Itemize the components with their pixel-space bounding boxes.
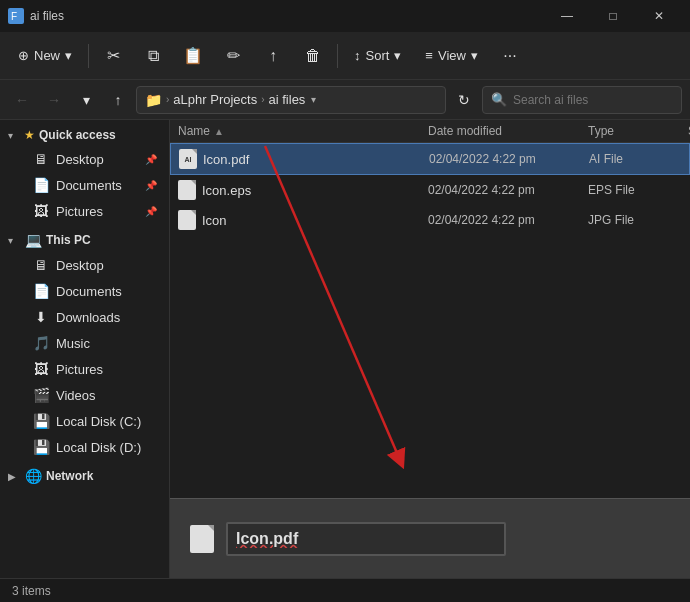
col-name-label: Name <box>178 124 210 138</box>
back-button[interactable]: ← <box>8 86 36 114</box>
file-icon-jpg <box>178 210 196 230</box>
network-chevron: ▶ <box>8 471 20 482</box>
cut-button[interactable]: ✂ <box>95 38 131 74</box>
share-button[interactable]: ↑ <box>255 38 291 74</box>
quick-access-title: Quick access <box>39 128 116 142</box>
search-input[interactable] <box>513 93 673 107</box>
sidebar-item-downloads[interactable]: ⬇ Downloads <box>4 304 165 330</box>
refresh-button[interactable]: ↻ <box>450 86 478 114</box>
file-item-icon[interactable]: Icon 02/04/2022 4:22 pm JPG File <box>170 205 690 235</box>
pictures2-icon: 🖼 <box>32 361 50 377</box>
sidebar-item-music[interactable]: 🎵 Music <box>4 330 165 356</box>
col-name-sort-icon: ▲ <box>214 126 224 137</box>
desktop-pin-icon: 📌 <box>145 154 157 165</box>
rename-button[interactable]: ✏ <box>215 38 251 74</box>
file-label-icon: Icon <box>202 213 227 228</box>
sidebar-item-pictures2-label: Pictures <box>56 362 157 377</box>
sidebar-section-header-quick-access[interactable]: ▾ ★ Quick access <box>0 124 169 146</box>
paste-button[interactable]: 📋 <box>175 38 211 74</box>
window-title: ai files <box>30 9 64 23</box>
address-path[interactable]: 📁 › aLphr Projects › ai files ▾ <box>136 86 446 114</box>
sidebar-section-network: ▶ 🌐 Network <box>0 464 169 488</box>
sidebar-item-local-c[interactable]: 💾 Local Disk (C:) <box>4 408 165 434</box>
file-name-icon-eps: Icon.eps <box>178 180 251 200</box>
separator-2 <box>337 44 338 68</box>
col-type-label: Type <box>588 124 614 138</box>
downloads-icon: ⬇ <box>32 309 50 325</box>
sidebar-section-header-this-pc[interactable]: ▾ 💻 This PC <box>0 228 169 252</box>
minimize-button[interactable]: — <box>544 0 590 32</box>
sidebar-section-this-pc: ▾ 💻 This PC 🖥 Desktop 📄 Documents ⬇ Down… <box>0 228 169 460</box>
sidebar-item-videos[interactable]: 🎬 Videos <box>4 382 165 408</box>
dropdown-recent-button[interactable]: ▾ <box>72 86 100 114</box>
col-header-type[interactable]: Type <box>588 124 688 138</box>
search-box[interactable]: 🔍 <box>482 86 682 114</box>
sort-dropdown-icon: ▾ <box>394 48 401 63</box>
file-item-icon-pdf[interactable]: AI Icon.pdf 02/04/2022 4:22 pm AI File <box>170 143 690 175</box>
separator-1 <box>88 44 89 68</box>
sidebar-item-desktop2[interactable]: 🖥 Desktop <box>4 252 165 278</box>
sort-button[interactable]: ↕ Sort ▾ <box>344 43 411 68</box>
new-button[interactable]: ⊕ New ▾ <box>8 43 82 68</box>
sidebar-item-local-d-label: Local Disk (D:) <box>56 440 157 455</box>
close-button[interactable]: ✕ <box>636 0 682 32</box>
title-bar: F ai files — □ ✕ <box>0 0 690 32</box>
this-pc-icon: 💻 <box>24 232 42 248</box>
file-type-icon-eps: EPS File <box>588 183 688 197</box>
sidebar-item-desktop2-label: Desktop <box>56 258 157 273</box>
status-item-count: 3 items <box>12 584 51 598</box>
file-name-icon-pdf: AI Icon.pdf <box>179 149 249 169</box>
col-header-date[interactable]: Date modified <box>428 124 588 138</box>
sidebar-item-desktop[interactable]: 🖥 Desktop 📌 <box>4 146 165 172</box>
sidebar-item-documents[interactable]: 📄 Documents 📌 <box>4 172 165 198</box>
sidebar-item-desktop-label: Desktop <box>56 152 139 167</box>
sidebar-item-pictures2[interactable]: 🖼 Pictures <box>4 356 165 382</box>
file-icon-eps <box>178 180 196 200</box>
search-icon: 🔍 <box>491 92 507 107</box>
sidebar-item-videos-label: Videos <box>56 388 157 403</box>
sidebar-item-pictures[interactable]: 🖼 Pictures 📌 <box>4 198 165 224</box>
file-type-icon: JPG File <box>588 213 688 227</box>
path-separator-2: › <box>261 94 264 105</box>
file-type-icon-pdf: AI File <box>589 152 689 166</box>
sidebar-item-pictures-label: Pictures <box>56 204 139 219</box>
col-header-name[interactable]: Name ▲ <box>178 124 428 138</box>
quick-access-chevron: ▾ <box>8 130 20 141</box>
new-icon: ⊕ <box>18 48 29 63</box>
file-label-icon-eps: Icon.eps <box>202 183 251 198</box>
maximize-button[interactable]: □ <box>590 0 636 32</box>
local-c-icon: 💾 <box>32 413 50 429</box>
sidebar-item-local-d[interactable]: 💾 Local Disk (D:) <box>4 434 165 460</box>
path-separator-1: › <box>166 94 169 105</box>
path-folder-icon: 📁 <box>145 92 162 108</box>
delete-button[interactable]: 🗑 <box>295 38 331 74</box>
videos-icon: 🎬 <box>32 387 50 403</box>
sidebar-item-documents2-label: Documents <box>56 284 157 299</box>
view-button[interactable]: ≡ View ▾ <box>415 43 488 68</box>
sidebar-item-downloads-label: Downloads <box>56 310 157 325</box>
pictures-pin-icon: 📌 <box>145 206 157 217</box>
view-icon: ≡ <box>425 48 433 63</box>
view-dropdown-icon: ▾ <box>471 48 478 63</box>
sidebar-section-header-network[interactable]: ▶ 🌐 Network <box>0 464 169 488</box>
quick-access-star: ★ <box>24 128 35 142</box>
desktop2-icon: 🖥 <box>32 257 50 273</box>
new-label: New <box>34 48 60 63</box>
pictures-icon: 🖼 <box>32 203 50 219</box>
file-date-icon-pdf: 02/04/2022 4:22 pm <box>429 152 589 166</box>
app-icon: F <box>8 8 24 24</box>
more-button[interactable]: ··· <box>492 38 528 74</box>
forward-button[interactable]: → <box>40 86 68 114</box>
network-title: Network <box>46 469 93 483</box>
file-list: Name ▲ Date modified Type Size AI Icon.p… <box>170 120 690 578</box>
svg-text:F: F <box>11 11 17 22</box>
main-content: ▾ ★ Quick access 🖥 Desktop 📌 📄 Documents… <box>0 120 690 578</box>
file-label-icon-pdf: Icon.pdf <box>203 152 249 167</box>
window-controls: — □ ✕ <box>544 0 682 32</box>
rename-input[interactable] <box>226 522 506 556</box>
address-bar: ← → ▾ ↑ 📁 › aLphr Projects › ai files ▾ … <box>0 80 690 120</box>
sidebar-item-documents2[interactable]: 📄 Documents <box>4 278 165 304</box>
up-button[interactable]: ↑ <box>104 86 132 114</box>
file-item-icon-eps[interactable]: Icon.eps 02/04/2022 4:22 pm EPS File <box>170 175 690 205</box>
copy-button[interactable]: ⧉ <box>135 38 171 74</box>
